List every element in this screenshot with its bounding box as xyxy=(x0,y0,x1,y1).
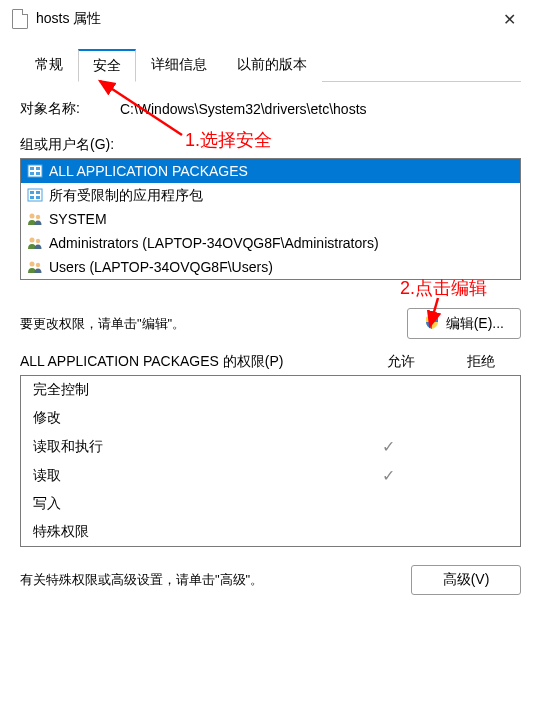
svg-rect-2 xyxy=(36,167,40,170)
users-icon xyxy=(27,260,43,274)
permission-name: 读取 xyxy=(33,467,348,485)
svg-point-14 xyxy=(30,262,35,267)
object-path: C:\Windows\System32\drivers\etc\hosts xyxy=(120,101,367,117)
advanced-row: 有关特殊权限或高级设置，请单击"高级"。 高级(V) xyxy=(20,565,521,595)
tab-strip: 常规 安全 详细信息 以前的版本 xyxy=(20,48,521,82)
list-item-label: SYSTEM xyxy=(49,209,107,229)
list-item-label: Users (LAPTOP-34OVQG8F\Users) xyxy=(49,257,273,277)
list-item[interactable]: Users (LAPTOP-34OVQG8F\Users) xyxy=(21,255,520,279)
svg-rect-8 xyxy=(30,196,34,199)
svg-point-15 xyxy=(36,263,40,267)
permission-row: 读取 ✓ xyxy=(21,461,520,490)
object-name-row: 对象名称: C:\Windows\System32\drivers\etc\ho… xyxy=(20,100,521,118)
list-item-label: 所有受限制的应用程序包 xyxy=(49,185,203,205)
file-icon xyxy=(12,9,28,29)
list-item-label: ALL APPLICATION PACKAGES xyxy=(49,161,248,181)
svg-rect-9 xyxy=(36,196,40,199)
svg-point-12 xyxy=(30,238,35,243)
svg-point-10 xyxy=(30,214,35,219)
edit-button-label: 编辑(E)... xyxy=(446,315,504,333)
users-icon xyxy=(27,236,43,250)
svg-rect-3 xyxy=(30,172,34,175)
permission-row: 读取和执行 ✓ xyxy=(21,432,520,461)
advanced-button[interactable]: 高级(V) xyxy=(411,565,521,595)
permissions-title: ALL APPLICATION PACKAGES 的权限(P) xyxy=(20,353,361,371)
allow-check: ✓ xyxy=(348,437,428,456)
svg-point-13 xyxy=(36,239,40,243)
package-icon xyxy=(27,164,43,178)
permissions-header: ALL APPLICATION PACKAGES 的权限(P) 允许 拒绝 xyxy=(20,353,521,371)
edit-button[interactable]: 编辑(E)... xyxy=(407,308,521,339)
list-item[interactable]: ALL APPLICATION PACKAGES xyxy=(21,159,520,183)
groups-listbox[interactable]: ALL APPLICATION PACKAGES 所有受限制的应用程序包 SYS… xyxy=(20,158,521,280)
permission-row: 完全控制 xyxy=(21,376,520,404)
svg-rect-1 xyxy=(30,167,34,170)
deny-header: 拒绝 xyxy=(441,353,521,371)
svg-rect-6 xyxy=(30,191,34,194)
tab-details[interactable]: 详细信息 xyxy=(136,49,222,82)
users-icon xyxy=(27,212,43,226)
tab-security[interactable]: 安全 xyxy=(78,49,136,82)
svg-rect-0 xyxy=(28,165,42,177)
tab-general[interactable]: 常规 xyxy=(20,49,78,82)
tab-previous-versions[interactable]: 以前的版本 xyxy=(222,49,322,82)
permissions-listbox: 完全控制 修改 读取和执行 ✓ 读取 ✓ 写入 特殊权限 xyxy=(20,375,521,547)
titlebar: hosts 属性 ✕ xyxy=(0,0,541,38)
package-icon xyxy=(27,188,43,202)
svg-rect-7 xyxy=(36,191,40,194)
permission-name: 特殊权限 xyxy=(33,523,348,541)
allow-header: 允许 xyxy=(361,353,441,371)
edit-hint: 要更改权限，请单击"编辑"。 xyxy=(20,315,185,333)
permission-row: 写入 xyxy=(21,490,520,518)
svg-rect-4 xyxy=(36,172,40,175)
list-item[interactable]: 所有受限制的应用程序包 xyxy=(21,183,520,207)
list-item[interactable]: SYSTEM xyxy=(21,207,520,231)
allow-check: ✓ xyxy=(348,466,428,485)
permission-name: 写入 xyxy=(33,495,348,513)
permission-row: 修改 xyxy=(21,404,520,432)
list-item[interactable]: Administrators (LAPTOP-34OVQG8F\Administ… xyxy=(21,231,520,255)
edit-row: 要更改权限，请单击"编辑"。 编辑(E)... xyxy=(20,308,521,339)
svg-point-11 xyxy=(36,215,40,219)
shield-icon xyxy=(424,314,440,333)
svg-rect-5 xyxy=(28,189,42,201)
permission-name: 修改 xyxy=(33,409,348,427)
permission-name: 完全控制 xyxy=(33,381,348,399)
groups-label: 组或用户名(G): xyxy=(20,136,521,154)
dialog-content: 常规 安全 详细信息 以前的版本 对象名称: C:\Windows\System… xyxy=(0,38,541,605)
permission-row: 特殊权限 xyxy=(21,518,520,546)
permission-name: 读取和执行 xyxy=(33,438,348,456)
object-name-label: 对象名称: xyxy=(20,100,80,118)
list-item-label: Administrators (LAPTOP-34OVQG8F\Administ… xyxy=(49,233,379,253)
advanced-hint: 有关特殊权限或高级设置，请单击"高级"。 xyxy=(20,571,263,589)
window-title: hosts 属性 xyxy=(36,10,489,28)
close-button[interactable]: ✕ xyxy=(489,4,529,34)
